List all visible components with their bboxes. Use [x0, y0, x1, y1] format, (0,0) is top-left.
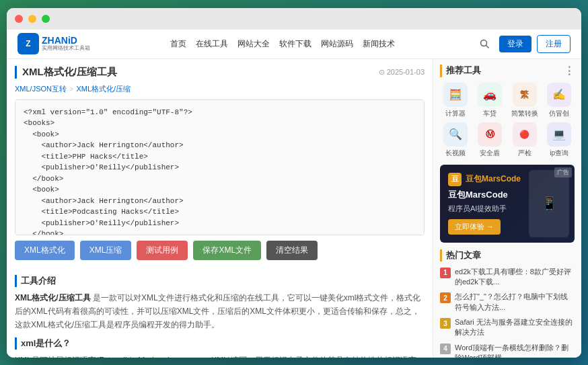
- carloan-label: 车贷: [483, 109, 497, 118]
- check-icon: 🔴: [513, 122, 537, 147]
- ad-logo-icon: 豆: [448, 173, 462, 186]
- articles-list: 1 ed2k下载工具有哪些：8款广受好评的ed2k下载... 2 怎么打"_"？…: [440, 267, 575, 358]
- logo-icon: Z: [17, 33, 39, 54]
- breadcrumb-link-1[interactable]: XML/JSON互转: [15, 84, 67, 94]
- xml-what-title: xml是什么？: [15, 337, 425, 350]
- fake-label: 仿冒创: [549, 109, 569, 118]
- article-item-1[interactable]: 1 ed2k下载工具有哪些：8款广受好评的ed2k下载...: [440, 267, 575, 288]
- title-bar: [7, 8, 581, 30]
- tool-item-carloan[interactable]: 🚗 车贷: [475, 83, 506, 118]
- code-area-wrapper: <?xml version="1.0" encoding="UTF-8"?> <…: [15, 99, 425, 235]
- svg-line-1: [486, 46, 489, 48]
- logo-sub-text: 实用网络技术工具箱: [42, 46, 90, 52]
- tools-section-title: 推荐工具 ⋮: [440, 65, 575, 77]
- intro-body: XML格式化/压缩工具 是一款可以对XML文件进行格式化和压缩的在线工具，它可以…: [15, 291, 425, 332]
- tool-item-check[interactable]: 🔴 严检: [509, 122, 540, 158]
- article-num-2: 2: [440, 292, 451, 303]
- nav-tools[interactable]: 在线工具: [196, 38, 228, 50]
- ip-icon: 💻: [547, 122, 571, 147]
- nav-bar: Z ZHANiD 实用网络技术工具箱 首页 在线工具 网站大全 软件下载 网站源…: [7, 30, 581, 59]
- clear-button[interactable]: 清空结果: [266, 241, 318, 260]
- fake-icon: ✍️: [547, 83, 571, 107]
- close-button[interactable]: [15, 15, 23, 23]
- intro-title: 工具介绍: [15, 275, 425, 287]
- ad-cta-button[interactable]: 立即体验 →: [448, 219, 501, 235]
- nav-source[interactable]: 网站源码: [321, 38, 353, 50]
- minimize-button[interactable]: [28, 15, 36, 23]
- check-label: 严检: [518, 149, 531, 158]
- tool-item-fake[interactable]: ✍️ 仿冒创: [544, 83, 575, 118]
- tool-item-calculator[interactable]: 🧮 计算器: [440, 83, 471, 118]
- ad-illustration: 📱: [529, 170, 569, 237]
- calculator-icon: 🧮: [443, 83, 468, 107]
- article-item-2[interactable]: 2 怎么打"_"？怎么打？电脑中下划线符号输入方法...: [440, 292, 575, 313]
- ad-banner: 广告 豆 豆包MarsCode 豆包MarsCode 程序员AI提效助手 立即体…: [440, 165, 575, 243]
- test-button[interactable]: 测试用例: [137, 241, 188, 260]
- article-num-1: 1: [440, 268, 451, 278]
- intro-highlight: XML格式化/压缩工具: [15, 293, 91, 302]
- tool-item-video[interactable]: 🔍 长视频: [440, 122, 471, 158]
- convert-label: 简繁转换: [511, 109, 538, 118]
- xml-code-area[interactable]: <?xml version="1.0" encoding="UTF-8"?> <…: [15, 100, 424, 235]
- page-title-bar: XML格式化/压缩工具 ⊙ 2025-01-03: [15, 66, 425, 79]
- register-button[interactable]: 注册: [537, 35, 571, 53]
- tools-title-text: 推荐工具: [446, 65, 481, 77]
- action-buttons: XML格式化 XML压缩 测试用例 保存XML文件 清空结果: [15, 241, 425, 260]
- nav-home[interactable]: 首页: [170, 38, 186, 50]
- article-num-3: 3: [440, 318, 451, 329]
- article-text-3: Safari 无法与服务器建立安全连接的解决方法: [455, 317, 575, 338]
- article-text-1: ed2k下载工具有哪些：8款广受好评的ed2k下载...: [455, 267, 575, 288]
- calculator-label: 计算器: [445, 109, 466, 118]
- tool-item-ip[interactable]: 💻 ip查询: [544, 122, 575, 158]
- ip-label: ip查询: [550, 149, 568, 158]
- tool-intro: 工具介绍 XML格式化/压缩工具 是一款可以对XML文件进行格式化和压缩的在线工…: [15, 267, 425, 358]
- hot-articles-title: 热门文章: [440, 249, 575, 261]
- tool-item-convert[interactable]: 繁 简繁转换: [509, 83, 540, 118]
- logo-main-text: ZHANiD: [42, 36, 90, 46]
- login-button[interactable]: 登录: [499, 36, 531, 52]
- carloan-icon: 🚗: [478, 83, 502, 107]
- breadcrumb-link-2[interactable]: XML格式化/压缩: [76, 84, 131, 94]
- page-title: XML格式化/压缩工具: [15, 66, 117, 79]
- nav-sites[interactable]: 网站大全: [237, 38, 270, 50]
- article-text-4: Word顶端有一条横线怎样删除？删除Word顶部横...: [455, 343, 575, 358]
- page-date: ⊙ 2025-01-03: [379, 68, 425, 77]
- browser-window: Z ZHANiD 实用网络技术工具箱 首页 在线工具 网站大全 软件下载 网站源…: [7, 8, 581, 358]
- save-button[interactable]: 保存XML文件: [193, 241, 261, 260]
- breadcrumb-sep: >: [69, 85, 73, 93]
- nav-download[interactable]: 软件下载: [279, 38, 311, 50]
- security-label: 安全盾: [480, 149, 500, 158]
- format-button[interactable]: XML格式化: [15, 241, 75, 260]
- video-icon: 🔍: [443, 122, 468, 147]
- security-icon: Ⓜ: [478, 122, 502, 147]
- breadcrumb: XML/JSON互转 > XML格式化/压缩: [15, 84, 425, 94]
- compress-button[interactable]: XML压缩: [80, 241, 132, 260]
- nav-links: 首页 在线工具 网站大全 软件下载 网站源码 新闻技术: [101, 38, 464, 50]
- xml-what-body: XML是可扩展标记语言(Extensible Markup Language，X…: [15, 354, 425, 358]
- nav-right: 登录 注册: [475, 34, 571, 53]
- ad-logo-text: 豆包MarsCode: [466, 173, 521, 185]
- logo[interactable]: Z ZHANiD 实用网络技术工具箱: [17, 33, 90, 54]
- nav-news[interactable]: 新闻技术: [363, 38, 395, 50]
- article-item-3[interactable]: 3 Safari 无法与服务器建立安全连接的解决方法: [440, 317, 575, 338]
- convert-icon: 繁: [513, 83, 537, 107]
- main-layout: XML格式化/压缩工具 ⊙ 2025-01-03 XML/JSON互转 > XM…: [7, 59, 581, 358]
- article-text-2: 怎么打"_"？怎么打？电脑中下划线符号输入方法...: [455, 292, 575, 313]
- tools-grid: 🧮 计算器 🚗 车贷 繁 简繁转换 ✍️ 仿冒创: [440, 83, 575, 158]
- article-item-4[interactable]: 4 Word顶端有一条横线怎样删除？删除Word顶部横...: [440, 343, 575, 358]
- search-icon[interactable]: [475, 34, 494, 53]
- tool-item-security[interactable]: Ⓜ 安全盾: [475, 122, 506, 158]
- logo-text: ZHANiD 实用网络技术工具箱: [42, 36, 90, 52]
- browser-content: Z ZHANiD 实用网络技术工具箱 首页 在线工具 网站大全 软件下载 网站源…: [7, 30, 581, 358]
- right-panel: 推荐工具 ⋮ 🧮 计算器 🚗 车贷 繁 简繁转换: [433, 59, 581, 358]
- left-panel: XML格式化/压缩工具 ⊙ 2025-01-03 XML/JSON互转 > XM…: [7, 59, 433, 358]
- more-icon[interactable]: ⋮: [564, 65, 575, 77]
- article-num-4: 4: [440, 343, 451, 354]
- maximize-button[interactable]: [42, 15, 50, 23]
- video-label: 长视频: [445, 149, 466, 158]
